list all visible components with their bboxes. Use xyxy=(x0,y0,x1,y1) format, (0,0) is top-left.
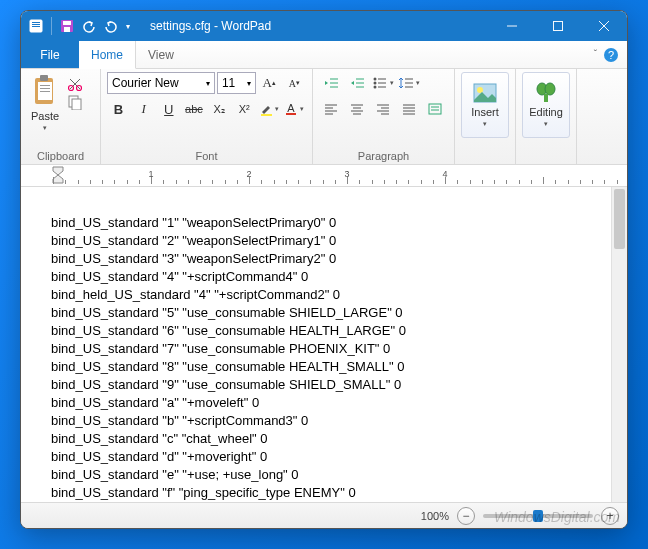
paragraph-group: Paragraph xyxy=(313,69,455,164)
svg-rect-64 xyxy=(544,94,548,102)
zoom-slider-knob[interactable] xyxy=(533,510,543,522)
save-icon[interactable] xyxy=(60,19,74,33)
svg-point-32 xyxy=(374,78,377,81)
doc-line: bind_US_standard "8" "use_consumable HEA… xyxy=(51,359,405,374)
ribbon-tabs: File Home View ˇ ? xyxy=(21,41,627,69)
svg-rect-14 xyxy=(40,75,48,81)
editing-group: Editing ▾ . xyxy=(516,69,577,164)
clipboard-group: Paste ▾ Clipboard xyxy=(21,69,101,164)
doc-line: bind_US_standard "2" "weaponSelectPrimar… xyxy=(51,233,336,248)
doc-line: bind_US_standard "c" "chat_wheel" 0 xyxy=(51,431,267,446)
font-name-combo[interactable]: Courier New▾ xyxy=(107,72,215,94)
svg-point-34 xyxy=(374,86,377,89)
svg-rect-18 xyxy=(40,91,50,92)
document-area: bind_US_standard "1" "weaponSelectPrimar… xyxy=(21,187,627,502)
paragraph-dialog-icon[interactable] xyxy=(423,98,447,120)
highlight-color-button[interactable] xyxy=(258,98,281,120)
svg-text:A: A xyxy=(288,102,296,114)
svg-rect-1 xyxy=(32,22,40,23)
superscript-button[interactable]: X² xyxy=(233,98,256,120)
svg-text:?: ? xyxy=(608,49,614,61)
doc-line: bind_US_standard "a" "+moveleft" 0 xyxy=(51,395,259,410)
doc-line: bind_US_standard "5" "use_consumable SHI… xyxy=(51,305,403,320)
cut-icon[interactable] xyxy=(67,76,83,92)
help-icon[interactable]: ? xyxy=(603,47,619,63)
italic-button[interactable]: I xyxy=(132,98,155,120)
status-bar: 100% − + xyxy=(21,502,627,528)
home-tab[interactable]: Home xyxy=(79,41,136,69)
editing-label: Editing xyxy=(529,106,563,118)
bullets-icon[interactable] xyxy=(371,72,395,94)
decrease-indent-icon[interactable] xyxy=(319,72,343,94)
window-title: settings.cfg - WordPad xyxy=(150,19,271,33)
svg-rect-25 xyxy=(286,113,296,115)
doc-line: bind_US_standard "b" "+scriptCommand3" 0 xyxy=(51,413,308,428)
paste-button[interactable]: Paste ▾ xyxy=(27,72,63,134)
strike-button[interactable]: abc xyxy=(182,98,205,120)
doc-line: bind_US_standard "f" "ping_specific_type… xyxy=(51,485,356,500)
underline-button[interactable]: U xyxy=(157,98,180,120)
svg-rect-16 xyxy=(40,85,50,86)
svg-point-63 xyxy=(545,83,555,95)
undo-icon[interactable] xyxy=(82,19,96,33)
scrollbar-thumb[interactable] xyxy=(614,189,625,249)
align-center-icon[interactable] xyxy=(345,98,369,120)
app-icon xyxy=(29,19,43,33)
svg-rect-2 xyxy=(32,24,40,25)
grow-font-icon[interactable]: A▴ xyxy=(258,72,281,94)
collapse-ribbon-icon[interactable]: ˇ xyxy=(594,49,597,60)
doc-line: bind_US_standard "7" "use_consumable PHO… xyxy=(51,341,390,356)
title-bar: ▾ settings.cfg - WordPad xyxy=(21,11,627,41)
zoom-in-button[interactable]: + xyxy=(601,507,619,525)
justify-icon[interactable] xyxy=(397,98,421,120)
ruler[interactable]: 1 2 3 4 xyxy=(21,165,627,187)
doc-line: bind_held_US_standard "4" "+scriptComman… xyxy=(51,287,340,302)
zoom-slider[interactable] xyxy=(483,514,593,518)
vertical-scrollbar[interactable] xyxy=(611,187,627,502)
close-button[interactable] xyxy=(581,11,627,41)
font-group-label: Font xyxy=(107,148,306,162)
svg-point-33 xyxy=(374,82,377,85)
file-tab[interactable]: File xyxy=(21,41,79,68)
ribbon-help-area: ˇ ? xyxy=(594,41,627,68)
font-group: Courier New▾ 11▾ A▴ A▾ B I U abc X₂ X² A… xyxy=(101,69,313,164)
window-controls xyxy=(489,11,627,41)
svg-point-61 xyxy=(477,87,483,93)
doc-line: bind_US_standard "1" "weaponSelectPrimar… xyxy=(51,215,336,230)
font-size-value: 11 xyxy=(222,76,235,90)
insert-button[interactable]: Insert ▾ xyxy=(461,72,509,138)
clipboard-group-label: Clipboard xyxy=(27,148,94,162)
svg-rect-22 xyxy=(72,99,81,110)
doc-line: bind_US_standard "6" "use_consumable HEA… xyxy=(51,323,406,338)
bold-button[interactable]: B xyxy=(107,98,130,120)
align-right-icon[interactable] xyxy=(371,98,395,120)
line-spacing-icon[interactable] xyxy=(397,72,421,94)
svg-rect-3 xyxy=(32,26,40,27)
quick-access-toolbar: ▾ xyxy=(21,17,138,35)
svg-rect-5 xyxy=(63,21,71,25)
align-left-icon[interactable] xyxy=(319,98,343,120)
document-content[interactable]: bind_US_standard "1" "weaponSelectPrimar… xyxy=(21,187,611,502)
copy-icon[interactable] xyxy=(67,94,83,110)
subscript-button[interactable]: X₂ xyxy=(208,98,231,120)
svg-rect-8 xyxy=(554,22,563,31)
font-color-button[interactable]: A xyxy=(283,98,306,120)
qat-dropdown-icon[interactable]: ▾ xyxy=(126,22,130,31)
font-name-value: Courier New xyxy=(112,76,179,90)
editing-button[interactable]: Editing ▾ xyxy=(522,72,570,138)
doc-line: bind_US_standard "4" "+scriptCommand4" 0 xyxy=(51,269,308,284)
font-size-combo[interactable]: 11▾ xyxy=(217,72,256,94)
increase-indent-icon[interactable] xyxy=(345,72,369,94)
zoom-out-button[interactable]: − xyxy=(457,507,475,525)
shrink-font-icon[interactable]: A▾ xyxy=(283,72,306,94)
ribbon: Paste ▾ Clipboard Courier New▾ 11▾ A▴ A▾ xyxy=(21,69,627,165)
redo-icon[interactable] xyxy=(104,19,118,33)
minimize-button[interactable] xyxy=(489,11,535,41)
svg-rect-57 xyxy=(429,104,441,114)
maximize-button[interactable] xyxy=(535,11,581,41)
view-tab[interactable]: View xyxy=(136,41,187,68)
svg-rect-23 xyxy=(261,114,272,116)
wordpad-window: ▾ settings.cfg - WordPad File Home View … xyxy=(20,10,628,529)
insert-label: Insert xyxy=(471,106,499,118)
insert-group: Insert ▾ . xyxy=(455,69,516,164)
